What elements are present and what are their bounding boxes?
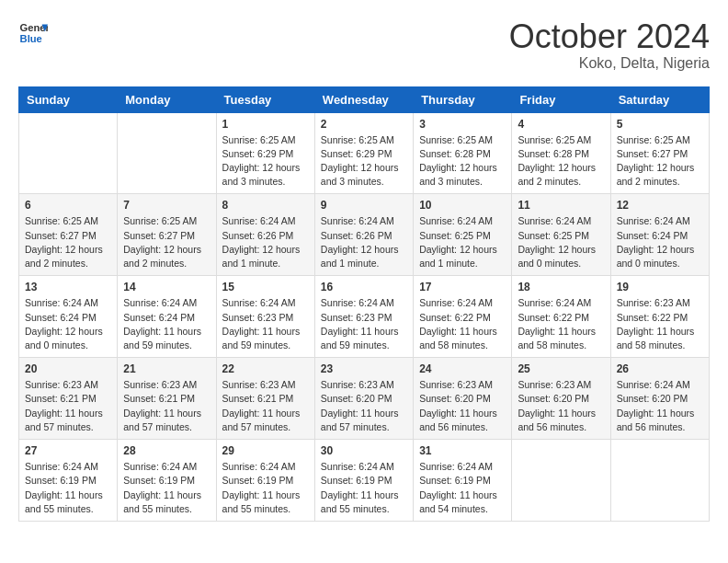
day-of-week-header: Friday (512, 86, 610, 112)
day-number: 17 (419, 281, 506, 293)
calendar-day-cell: 30Sunrise: 6:24 AM Sunset: 6:19 PM Dayli… (314, 440, 413, 522)
day-info: Sunrise: 6:24 AM Sunset: 6:25 PM Dayligh… (518, 214, 604, 270)
day-number: 19 (617, 281, 703, 293)
calendar-day-cell: 26Sunrise: 6:24 AM Sunset: 6:20 PM Dayli… (610, 358, 709, 440)
calendar-day-cell: 12Sunrise: 6:24 AM Sunset: 6:24 PM Dayli… (610, 194, 709, 276)
page-header: General Blue October 2024 Koko, Delta, N… (18, 18, 710, 72)
calendar-day-cell (512, 440, 610, 522)
day-info: Sunrise: 6:23 AM Sunset: 6:21 PM Dayligh… (222, 378, 309, 434)
day-info: Sunrise: 6:24 AM Sunset: 6:20 PM Dayligh… (617, 378, 703, 434)
calendar-week-row: 27Sunrise: 6:24 AM Sunset: 6:19 PM Dayli… (19, 440, 710, 522)
day-of-week-header: Saturday (610, 86, 709, 112)
day-number: 10 (419, 199, 506, 212)
day-of-week-header: Monday (118, 86, 216, 112)
day-number: 27 (25, 444, 111, 457)
calendar-day-cell: 21Sunrise: 6:23 AM Sunset: 6:21 PM Dayli… (118, 358, 216, 440)
calendar-day-cell: 31Sunrise: 6:24 AM Sunset: 6:19 PM Dayli… (414, 440, 512, 522)
calendar-day-cell: 6Sunrise: 6:25 AM Sunset: 6:27 PM Daylig… (19, 194, 118, 276)
calendar-day-cell: 23Sunrise: 6:23 AM Sunset: 6:20 PM Dayli… (314, 358, 413, 440)
day-info: Sunrise: 6:25 AM Sunset: 6:27 PM Dayligh… (123, 214, 210, 270)
day-number: 11 (518, 199, 604, 212)
day-info: Sunrise: 6:24 AM Sunset: 6:19 PM Dayligh… (123, 460, 210, 516)
calendar-day-cell: 4Sunrise: 6:25 AM Sunset: 6:28 PM Daylig… (512, 112, 610, 194)
calendar-day-cell: 5Sunrise: 6:25 AM Sunset: 6:27 PM Daylig… (610, 112, 709, 194)
day-info: Sunrise: 6:23 AM Sunset: 6:20 PM Dayligh… (419, 378, 506, 434)
calendar-day-cell: 27Sunrise: 6:24 AM Sunset: 6:19 PM Dayli… (19, 440, 118, 522)
day-number: 18 (518, 281, 604, 293)
day-info: Sunrise: 6:24 AM Sunset: 6:25 PM Dayligh… (419, 214, 506, 270)
day-number: 13 (25, 281, 111, 293)
day-info: Sunrise: 6:24 AM Sunset: 6:19 PM Dayligh… (25, 460, 111, 516)
calendar-day-cell: 17Sunrise: 6:24 AM Sunset: 6:22 PM Dayli… (414, 276, 512, 358)
calendar-day-cell: 29Sunrise: 6:24 AM Sunset: 6:19 PM Dayli… (216, 440, 314, 522)
calendar-week-row: 20Sunrise: 6:23 AM Sunset: 6:21 PM Dayli… (19, 358, 710, 440)
day-info: Sunrise: 6:24 AM Sunset: 6:19 PM Dayligh… (222, 460, 309, 516)
calendar-day-cell (19, 112, 118, 194)
logo: General Blue (18, 18, 48, 48)
calendar-day-cell: 28Sunrise: 6:24 AM Sunset: 6:19 PM Dayli… (118, 440, 216, 522)
calendar-day-cell: 22Sunrise: 6:23 AM Sunset: 6:21 PM Dayli… (216, 358, 314, 440)
day-number: 28 (123, 444, 210, 457)
calendar-day-cell: 3Sunrise: 6:25 AM Sunset: 6:28 PM Daylig… (414, 112, 512, 194)
calendar-day-cell: 16Sunrise: 6:24 AM Sunset: 6:23 PM Dayli… (314, 276, 413, 358)
day-number: 9 (321, 199, 407, 212)
day-info: Sunrise: 6:24 AM Sunset: 6:24 PM Dayligh… (123, 296, 210, 352)
calendar-day-cell: 9Sunrise: 6:24 AM Sunset: 6:26 PM Daylig… (314, 194, 413, 276)
calendar-day-cell: 11Sunrise: 6:24 AM Sunset: 6:25 PM Dayli… (512, 194, 610, 276)
calendar-day-cell: 25Sunrise: 6:23 AM Sunset: 6:20 PM Dayli… (512, 358, 610, 440)
day-info: Sunrise: 6:24 AM Sunset: 6:19 PM Dayligh… (419, 460, 506, 516)
day-info: Sunrise: 6:25 AM Sunset: 6:29 PM Dayligh… (321, 133, 407, 190)
day-number: 12 (617, 199, 703, 212)
day-number: 2 (321, 118, 407, 131)
day-info: Sunrise: 6:24 AM Sunset: 6:23 PM Dayligh… (222, 296, 309, 352)
day-info: Sunrise: 6:24 AM Sunset: 6:19 PM Dayligh… (321, 460, 407, 516)
day-number: 20 (25, 362, 111, 375)
day-number: 24 (419, 362, 506, 375)
day-of-week-header: Wednesday (314, 86, 413, 112)
day-number: 25 (518, 362, 604, 375)
day-info: Sunrise: 6:24 AM Sunset: 6:22 PM Dayligh… (419, 296, 506, 352)
day-number: 14 (123, 281, 210, 293)
day-info: Sunrise: 6:23 AM Sunset: 6:20 PM Dayligh… (321, 378, 407, 434)
calendar-week-row: 13Sunrise: 6:24 AM Sunset: 6:24 PM Dayli… (19, 276, 710, 358)
day-info: Sunrise: 6:24 AM Sunset: 6:26 PM Dayligh… (222, 214, 309, 270)
calendar-day-cell: 18Sunrise: 6:24 AM Sunset: 6:22 PM Dayli… (512, 276, 610, 358)
calendar-week-row: 1Sunrise: 6:25 AM Sunset: 6:29 PM Daylig… (19, 112, 710, 194)
day-of-week-header: Tuesday (216, 86, 314, 112)
calendar-location: Koko, Delta, Nigeria (509, 55, 710, 72)
day-number: 22 (222, 362, 309, 375)
calendar-day-cell: 14Sunrise: 6:24 AM Sunset: 6:24 PM Dayli… (118, 276, 216, 358)
day-number: 1 (222, 118, 309, 131)
day-of-week-header: Sunday (19, 86, 118, 112)
calendar-day-cell (610, 440, 709, 522)
day-number: 4 (518, 118, 604, 131)
day-number: 5 (617, 118, 703, 131)
day-number: 3 (419, 118, 506, 131)
day-number: 29 (222, 444, 309, 457)
calendar-title-block: October 2024 Koko, Delta, Nigeria (509, 18, 710, 72)
day-info: Sunrise: 6:23 AM Sunset: 6:21 PM Dayligh… (123, 378, 210, 434)
day-number: 21 (123, 362, 210, 375)
calendar-week-row: 6Sunrise: 6:25 AM Sunset: 6:27 PM Daylig… (19, 194, 710, 276)
day-of-week-header: Thursday (414, 86, 512, 112)
day-info: Sunrise: 6:23 AM Sunset: 6:20 PM Dayligh… (518, 378, 604, 434)
calendar-month-year: October 2024 (509, 18, 710, 55)
day-number: 30 (321, 444, 407, 457)
day-number: 8 (222, 199, 309, 212)
calendar-day-cell: 10Sunrise: 6:24 AM Sunset: 6:25 PM Dayli… (414, 194, 512, 276)
calendar-day-cell: 20Sunrise: 6:23 AM Sunset: 6:21 PM Dayli… (19, 358, 118, 440)
day-info: Sunrise: 6:25 AM Sunset: 6:28 PM Dayligh… (518, 133, 604, 190)
day-number: 31 (419, 444, 506, 457)
calendar-day-cell: 1Sunrise: 6:25 AM Sunset: 6:29 PM Daylig… (216, 112, 314, 194)
calendar-day-cell: 24Sunrise: 6:23 AM Sunset: 6:20 PM Dayli… (414, 358, 512, 440)
calendar-body: 1Sunrise: 6:25 AM Sunset: 6:29 PM Daylig… (19, 112, 710, 521)
day-number: 6 (25, 199, 111, 212)
calendar-day-cell: 2Sunrise: 6:25 AM Sunset: 6:29 PM Daylig… (314, 112, 413, 194)
day-info: Sunrise: 6:24 AM Sunset: 6:22 PM Dayligh… (518, 296, 604, 352)
day-number: 15 (222, 281, 309, 293)
calendar-header-row: SundayMondayTuesdayWednesdayThursdayFrid… (19, 86, 710, 112)
svg-text:Blue: Blue (20, 33, 42, 44)
day-number: 26 (617, 362, 703, 375)
day-info: Sunrise: 6:23 AM Sunset: 6:21 PM Dayligh… (25, 378, 111, 434)
calendar-day-cell: 13Sunrise: 6:24 AM Sunset: 6:24 PM Dayli… (19, 276, 118, 358)
